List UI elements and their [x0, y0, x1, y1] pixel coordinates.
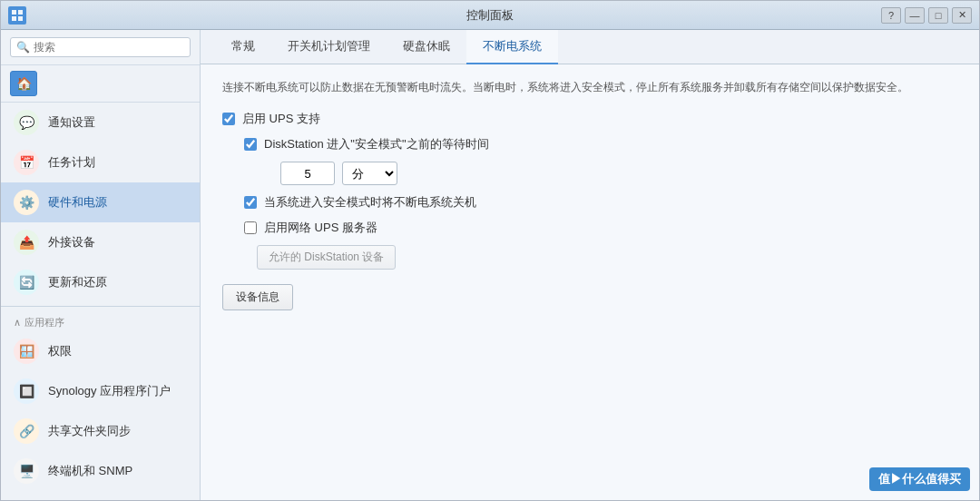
search-input[interactable]	[34, 41, 184, 54]
terminal-snmp-icon: 🖥️	[14, 458, 39, 484]
update-icon: 🔄	[14, 270, 39, 295]
permissions-icon: 🪟	[14, 339, 39, 364]
sidebar-label-hardware: 硬件和电源	[48, 194, 107, 211]
sidebar-label-notification: 通知设置	[48, 114, 95, 131]
synology-portal-icon: 🔲	[14, 378, 39, 404]
time-unit-select[interactable]: 分	[342, 162, 397, 185]
external-icon: 📤	[14, 230, 39, 255]
notification-icon: 💬	[14, 110, 39, 135]
window-title: 控制面板	[466, 7, 514, 24]
app-icon	[8, 6, 26, 25]
sidebar-label-update: 更新和还原	[48, 274, 107, 290]
wait-time-checkbox[interactable]	[244, 138, 257, 151]
sidebar-label-shared-folder-sync: 共享文件夹同步	[48, 423, 131, 439]
chevron-down-icon: ∧	[14, 317, 21, 329]
sidebar-label-permissions: 权限	[48, 343, 72, 359]
sidebar-item-update[interactable]: 🔄 更新和还原	[1, 262, 200, 302]
sidebar-item-synology-portal[interactable]: 🔲 Synology 应用程序门户	[1, 371, 200, 411]
time-input-row: 分	[280, 162, 957, 185]
sidebar-home[interactable]: 🏠	[1, 65, 200, 103]
titlebar-left	[8, 6, 26, 25]
shutdown-label: 当系统进入安全模式时将不断电系统关机	[264, 194, 476, 211]
sidebar-item-task[interactable]: 📅 任务计划	[1, 142, 200, 182]
enable-ups-label: 启用 UPS 支持	[242, 111, 320, 127]
device-info-row: 设备信息	[222, 284, 957, 310]
shutdown-checkbox[interactable]	[244, 196, 257, 209]
network-ups-row: 启用网络 UPS 服务器	[244, 220, 957, 236]
sidebar-label-task: 任务计划	[48, 154, 95, 171]
svg-rect-3	[18, 16, 23, 21]
shared-folder-sync-icon: 🔗	[14, 418, 39, 444]
network-ups-label: 启用网络 UPS 服务器	[264, 220, 377, 236]
sidebar: 🔍 🏠 💬 通知设置 📅 任务计划 ⚙️ 硬件和电源	[1, 30, 201, 500]
search-input-wrap: 🔍	[10, 37, 191, 57]
home-icon: 🏠	[10, 71, 37, 96]
sidebar-item-shared-folder-sync[interactable]: 🔗 共享文件夹同步	[1, 411, 200, 451]
hardware-icon: ⚙️	[14, 190, 39, 215]
tab-general[interactable]: 常规	[215, 30, 271, 64]
sidebar-label-external: 外接设备	[48, 234, 95, 250]
minimize-button[interactable]: —	[905, 7, 925, 24]
wait-time-checkbox-row: DiskStation 进入"安全模式"之前的等待时间	[244, 136, 957, 152]
time-value-input[interactable]	[280, 162, 335, 185]
task-icon: 📅	[14, 150, 39, 175]
sidebar-item-permissions[interactable]: 🪟 权限	[1, 331, 200, 371]
svg-rect-2	[12, 16, 16, 21]
section-label-apps: ∧ 应用程序	[1, 310, 200, 331]
allowed-stations-wrap: 允许的 DiskStation 设备	[257, 245, 957, 270]
wait-time-label: DiskStation 进入"安全模式"之前的等待时间	[264, 136, 489, 152]
watermark: 值▶什么值得买	[869, 467, 970, 491]
search-icon: 🔍	[16, 41, 30, 54]
help-button[interactable]: ?	[881, 7, 901, 24]
enable-ups-row: 启用 UPS 支持	[222, 111, 957, 127]
search-box: 🔍	[1, 30, 200, 65]
maximize-button[interactable]: □	[928, 7, 948, 24]
ups-description: 连接不断电系统可以防止数据在无预警断电时流失。当断电时，系统将进入安全模式，停止…	[222, 79, 957, 96]
allowed-stations-button[interactable]: 允许的 DiskStation 设备	[257, 245, 396, 270]
sidebar-label-synology-portal: Synology 应用程序门户	[48, 383, 171, 399]
tab-ups[interactable]: 不断电系统	[466, 30, 558, 64]
svg-rect-1	[18, 10, 23, 15]
device-info-button[interactable]: 设备信息	[222, 284, 293, 310]
shutdown-row: 当系统进入安全模式时将不断电系统关机	[244, 194, 957, 211]
wait-time-block: DiskStation 进入"安全模式"之前的等待时间 分	[244, 136, 957, 185]
titlebar: 控制面板 ? — □ ✕	[1, 1, 979, 30]
main-area: 🔍 🏠 💬 通知设置 📅 任务计划 ⚙️ 硬件和电源	[1, 30, 979, 500]
svg-rect-0	[12, 10, 16, 15]
tab-hibernation[interactable]: 硬盘休眠	[387, 30, 466, 64]
ups-content: 连接不断电系统可以防止数据在无预警断电时流失。当断电时，系统将进入安全模式，停止…	[201, 64, 979, 500]
sidebar-item-external[interactable]: 📤 外接设备	[1, 222, 200, 262]
tab-startup-shutdown[interactable]: 开关机计划管理	[271, 30, 387, 64]
sidebar-item-hardware[interactable]: ⚙️ 硬件和电源	[1, 182, 200, 222]
close-button[interactable]: ✕	[952, 7, 972, 24]
tabs-bar: 常规 开关机计划管理 硬盘休眠 不断电系统	[201, 30, 979, 64]
content-area: 常规 开关机计划管理 硬盘休眠 不断电系统 连接不断电系统可以防止数据在无预警断…	[201, 30, 979, 500]
window-controls: ? — □ ✕	[881, 7, 972, 24]
sidebar-item-terminal-snmp[interactable]: 🖥️ 终端机和 SNMP	[1, 451, 200, 491]
sidebar-label-terminal-snmp: 终端机和 SNMP	[48, 463, 132, 479]
sidebar-divider	[1, 306, 200, 307]
sidebar-item-notification[interactable]: 💬 通知设置	[1, 103, 200, 142]
enable-ups-checkbox[interactable]	[222, 113, 235, 125]
network-ups-checkbox[interactable]	[244, 221, 257, 234]
